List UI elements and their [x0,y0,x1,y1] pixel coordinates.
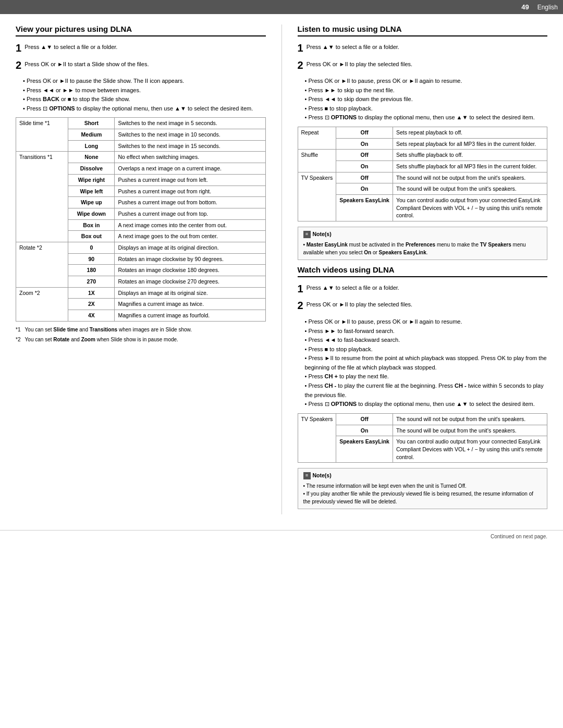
table-row-desc: Overlaps a next image on a current image… [115,163,265,175]
watch-notes-header: ≡ Note(s) [303,472,542,480]
left-step2: 2 Press OK or ►II to start a Slide show … [16,60,266,73]
bullet-item: Press ■ to stop playback. [305,104,548,114]
listen-step1-text: Press ▲▼ to select a file or a folder. [307,43,547,52]
table-row-option: Box out [68,231,115,242]
table-row-desc: You can control audio output from your c… [393,195,547,221]
table-row-desc: No effect when switching images. [115,152,265,163]
table-row-desc: Displays an image at its original direct… [115,242,265,253]
table-row-option: Dissolve [68,163,115,175]
table-row: Slide time *1ShortSwitches to the next i… [16,118,266,129]
table-row-option: 90 [68,253,115,265]
table-row-desc: Pushes a current image out from top. [115,208,265,219]
table-row-option: On [336,138,393,150]
table-row-option: 180 [68,265,115,276]
bullet-item: Press ⊡ OPTIONS to display the optional … [305,400,548,409]
watch-table: TV SpeakersOffThe sound will not be outp… [298,413,548,463]
table-row-option: 2X [68,299,115,310]
watch-step1-num: 1 [298,283,303,294]
table-row-option: Speakers EasyLink [336,436,393,463]
page-number: 49 [517,2,533,12]
table-row-desc: Rotates an image clockwise by 90 degrees… [115,253,265,265]
bullet-item: Press ◄◄ to fast-backward search. [305,336,548,345]
table-row-option: Long [68,140,115,152]
watch-note-1: • The resume information will be kept ev… [303,482,542,490]
table-row-desc: Switches to the next image in 10 seconds… [115,129,265,141]
footer-text: Continued on next page. [491,534,547,539]
bullet-item: Press ◄◄ to skip down the previous file. [305,95,548,104]
bullet-item: Press ►► to skip up the next file. [305,86,548,95]
listen-notes-box: ≡ Note(s) • Master EasyLink must be acti… [298,227,548,260]
left-footnotes: *1 You can set Slide time and Transition… [16,326,266,343]
table-row-option: 4X [68,310,115,322]
table-row-desc: Pushes a current image out from bottom. [115,197,265,208]
left-table: Slide time *1ShortSwitches to the next i… [16,117,266,321]
content-area: View your pictures using DLNA 1 Press ▲▼… [0,14,563,525]
watch-step1-text: Press ▲▼ to select a file or a folder. [307,283,547,292]
footer: Continued on next page. [0,530,563,542]
watch-note-2: • If you play another file while the pre… [303,490,542,505]
table-row-option: None [68,152,115,163]
bullet-item: Press ■ to stop playback. [305,345,548,354]
bullet-item: Press OK or ►II to pause, press OK or ►I… [305,317,548,327]
listen-step2-text: Press OK or ►II to play the selected fil… [307,60,547,69]
table-row-desc: Magnifies a current image as fourfold. [115,310,265,322]
table-row-option: Wipe down [68,208,115,219]
table-row-group: Repeat [298,127,336,149]
listen-table: RepeatOffSets repeat playback to off.OnS… [298,127,548,221]
table-row-option: Off [336,150,393,161]
table-row-desc: The sound will be output from the unit's… [393,183,547,195]
table-row: Transitions *1NoneNo effect when switchi… [16,152,266,163]
table-row-desc: Displays an image at its original size. [115,287,265,299]
listen-step2: 2 Press OK or ►II to play the selected f… [298,60,548,73]
table-row-group: Zoom *2 [16,287,68,321]
step1-num: 1 [16,43,21,53]
table-row-option: Medium [68,129,115,141]
table-row-group: Transitions *1 [16,152,68,242]
watch-step2-num: 2 [298,300,303,311]
table-row-option: 1X [68,287,115,299]
table-row-group: TV Speakers [298,172,336,221]
listen-step1: 1 Press ▲▼ to select a file or a folder. [298,43,548,56]
table-row-desc: Switches to the next image in 5 seconds. [115,118,265,129]
listen-bullets: Press OK or ►II to pause, press OK or ►I… [305,77,548,122]
table-row-option: Wipe up [68,197,115,208]
left-title: View your pictures using DLNA [16,24,266,36]
table-row-option: Off [336,172,393,183]
footnote-2: *2 You can set Rotate and Zoom when Slid… [16,336,266,343]
watch-notes-box: ≡ Note(s) • The resume information will … [298,468,548,509]
table-row-group: Shuffle [298,150,336,172]
table-row-group: TV Speakers [298,413,336,462]
listen-title: Listen to music using DLNA [298,24,548,36]
table-row: TV SpeakersOffThe sound will not be outp… [298,172,547,183]
table-row: Zoom *21XDisplays an image at its origin… [16,287,266,299]
table-row-option: Off [336,127,393,138]
bullet-item: Press ⊡ OPTIONS to display the optional … [23,104,266,114]
listen-notes-label: Note(s) [313,230,332,239]
left-column: View your pictures using DLNA 1 Press ▲▼… [16,24,266,514]
watch-step2: 2 Press OK or ►II to play the selected f… [298,300,548,313]
table-row-option: Box in [68,219,115,231]
footnote-1: *1 You can set Slide time and Transition… [16,326,266,334]
table-row-option: Speakers EasyLink [336,195,393,221]
top-bar: 49 English [0,0,563,14]
watch-notes-label: Note(s) [313,472,332,480]
step2-num: 2 [16,60,21,70]
watch-title: Watch videos using DLNA [298,265,548,277]
table-row: Rotate *20Displays an image at its origi… [16,242,266,253]
right-column: Listen to music using DLNA 1 Press ▲▼ to… [282,24,548,514]
table-row-option: On [336,183,393,195]
table-row: ShuffleOffSets shuffle playback to off. [298,150,547,161]
table-row-desc: Rotates an image clockwise 180 degrees. [115,265,265,276]
listen-step2-num: 2 [298,60,303,70]
table-row-option: Wipe left [68,186,115,197]
notes-icon: ≡ [303,472,311,479]
table-row-group: Slide time *1 [16,118,68,152]
table-row-desc: A next image goes to the out from center… [115,231,265,242]
table-row-desc: The sound will be output from the unit's… [393,425,547,436]
table-row-desc: Pushes a current image out from right. [115,186,265,197]
left-step1: 1 Press ▲▼ to select a file or a folder. [16,43,266,56]
table-row-desc: You can control audio output from your c… [393,436,547,463]
table-row-option: On [336,425,393,436]
table-row-desc: Rotates an image clockwise 270 degrees. [115,276,265,288]
step1-text: Press ▲▼ to select a file or a folder. [25,43,265,52]
